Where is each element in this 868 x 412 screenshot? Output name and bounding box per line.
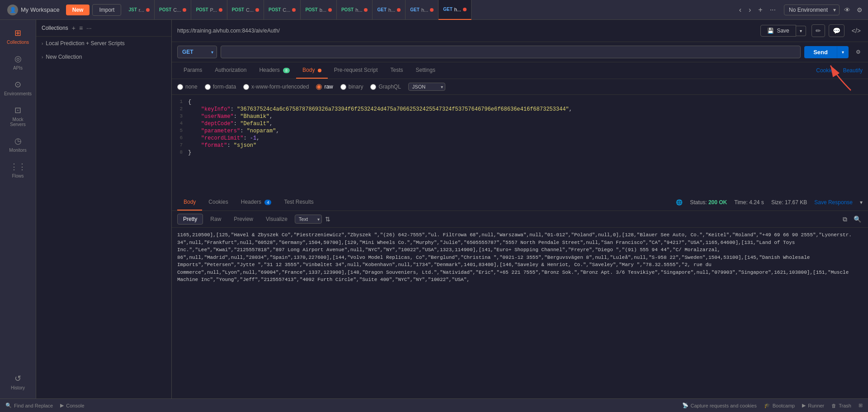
new-tab-button[interactable]: +	[756, 4, 764, 16]
copy-response-button[interactable]: ⧉	[841, 214, 849, 225]
save-button[interactable]: 💾 Save	[760, 25, 796, 37]
body-option-graphql[interactable]: GraphQL	[370, 84, 401, 90]
sidebar-label-environments: Environments	[4, 91, 32, 96]
json-editor[interactable]: 1{2 "keyInfo": "367637524c4a6c6758787869…	[172, 95, 868, 194]
method-label: POST	[341, 7, 354, 12]
save-dropdown-button[interactable]: ▾	[796, 26, 806, 36]
response-tab-body[interactable]: Body	[177, 194, 202, 211]
request-response-area: https://training.aivhub.com:8443/aiv/eAu…	[172, 20, 868, 398]
tab-url: b...	[320, 7, 326, 13]
console-button[interactable]: ▶ Console	[60, 403, 84, 408]
body-option-raw[interactable]: raw	[316, 84, 333, 90]
tab-settings[interactable]: Settings	[410, 62, 442, 79]
more-collections-button[interactable]: ···	[86, 24, 92, 32]
new-button[interactable]: New	[66, 5, 90, 15]
sidebar-item-mock-servers[interactable]: ⊡ Mock Servers	[2, 101, 34, 131]
sidebar-item-history[interactable]: ↺ History	[2, 369, 34, 395]
code-view-button[interactable]: </>	[850, 25, 863, 36]
sub-tab-preview[interactable]: Preview	[228, 214, 259, 224]
body-option-none[interactable]: none	[177, 84, 198, 90]
sub-tab-visualize[interactable]: Visualize	[260, 214, 293, 224]
sidebar-item-flows[interactable]: ⋮⋮ Flows	[2, 157, 34, 183]
capture-requests-button[interactable]: 📡 Capture requests and cookies	[682, 403, 757, 408]
tab-pre-request-script[interactable]: Pre-request Script	[328, 62, 384, 79]
search-response-button[interactable]: 🔍	[852, 214, 863, 225]
layout-button[interactable]: ⊞	[859, 403, 863, 408]
environment-select[interactable]: No Environment	[784, 5, 840, 15]
tab-jst[interactable]: JST r...	[124, 0, 155, 20]
tab-post-3[interactable]: POST C...	[227, 0, 264, 20]
workspace-selector[interactable]: 👤 My Workspace	[4, 3, 63, 17]
settings-button[interactable]: ⚙	[855, 5, 864, 15]
line-content: "keyInfo": "367637524c4a6c6758787869326a…	[188, 106, 572, 112]
time-text: Time: 4.24 s	[734, 199, 764, 206]
eye-button[interactable]: 👁	[842, 5, 852, 15]
body-option-binary[interactable]: binary	[340, 84, 363, 90]
method-select[interactable]: GET POST PUT DELETE PATCH	[177, 46, 217, 58]
url-input[interactable]: https://training.aivhub.com:8443/aiv/eAu…	[221, 46, 801, 58]
method-label: GET	[410, 7, 420, 12]
bootcamp-button[interactable]: 🎓 Bootcamp	[764, 403, 795, 408]
line-number: 2	[172, 106, 188, 112]
tab-post-5[interactable]: POST b...	[301, 0, 337, 20]
edit-button[interactable]: ✏	[811, 24, 825, 37]
body-option-form-data[interactable]: form-data	[205, 84, 236, 90]
comment-button[interactable]: 💬	[829, 24, 844, 37]
save-icon: 💾	[767, 28, 774, 34]
save-response-arrow[interactable]: ▾	[860, 199, 863, 206]
tab-get-3-active[interactable]: GET h...	[439, 0, 472, 20]
response-actions: ⧉ 🔍	[841, 214, 863, 225]
trash-button[interactable]: 🗑 Trash	[831, 403, 851, 408]
tab-post-1[interactable]: POST C...	[155, 0, 191, 20]
tab-get-2[interactable]: GET h...	[406, 0, 439, 20]
sidebar-item-monitors[interactable]: ◷ Monitors	[2, 131, 34, 157]
prev-tab-button[interactable]: ‹	[737, 4, 743, 16]
tab-post-6[interactable]: POST h...	[337, 0, 373, 20]
apis-icon: ◎	[14, 54, 22, 64]
next-tab-button[interactable]: ›	[747, 4, 753, 16]
find-replace-button[interactable]: 🔍 Find and Replace	[5, 403, 53, 408]
response-tab-cookies[interactable]: Cookies	[202, 194, 234, 211]
tab-body[interactable]: Body	[296, 62, 328, 79]
body-option-urlencoded[interactable]: x-www-form-urlencoded	[243, 84, 309, 90]
filter-collections-button[interactable]: ≡	[79, 24, 83, 32]
tab-tests[interactable]: Tests	[384, 62, 410, 79]
json-line: 1{	[172, 98, 868, 106]
sub-tab-pretty[interactable]: Pretty	[177, 214, 203, 225]
tab-headers[interactable]: Headers 8	[253, 62, 296, 79]
sidebar-item-environments[interactable]: ⊙ Environments	[2, 75, 34, 101]
save-response-button[interactable]: Save Response	[814, 199, 853, 206]
collection-item-local-prediction[interactable]: › Local Prediction + Server Scripts	[36, 37, 171, 50]
sub-tab-raw[interactable]: Raw	[205, 214, 226, 224]
tab-authorization[interactable]: Authorization	[208, 62, 253, 79]
beautify-link[interactable]: Beautify	[843, 67, 863, 74]
unsaved-dot	[183, 8, 186, 12]
tab-post-4[interactable]: POST C...	[264, 0, 301, 20]
connection-settings-button[interactable]: ⚙	[854, 47, 863, 57]
response-format-select[interactable]: Text JSON HTML	[295, 215, 322, 224]
tab-post-2[interactable]: POST P...	[191, 0, 227, 20]
add-collection-button[interactable]: +	[72, 24, 75, 32]
runner-button[interactable]: ▶ Runner	[802, 403, 824, 408]
sidebar-item-collections[interactable]: ⊞ Collections	[2, 23, 34, 49]
unsaved-dot	[219, 8, 222, 12]
line-content: "parameters": "noparam",	[188, 128, 279, 134]
more-tabs-button[interactable]: ···	[768, 4, 778, 16]
tab-params[interactable]: Params	[177, 62, 208, 79]
tab-url: h...	[388, 7, 395, 13]
send-dropdown-button[interactable]: ▾	[837, 46, 849, 58]
body-format-select[interactable]: JSON Text JavaScript XML HTML	[408, 83, 445, 91]
sidebar-item-apis[interactable]: ◎ APIs	[2, 49, 34, 75]
unsaved-dot	[146, 8, 150, 12]
json-line: 2 "keyInfo": "367637524c4a6c675878786932…	[172, 106, 868, 113]
globe-icon: 🌐	[676, 199, 683, 206]
send-button[interactable]: Send	[804, 46, 837, 58]
import-button[interactable]: Import	[92, 4, 121, 16]
response-tab-headers[interactable]: Headers 4	[235, 194, 278, 211]
chevron-icon: ›	[42, 55, 43, 60]
collection-item-new-collection[interactable]: › New Collection	[36, 50, 171, 64]
sort-response-button[interactable]: ⇅	[324, 214, 332, 224]
cookies-link[interactable]: Cookies	[816, 67, 835, 74]
response-tab-test-results[interactable]: Test Results	[278, 194, 320, 211]
tab-get-1[interactable]: GET h...	[373, 0, 406, 20]
